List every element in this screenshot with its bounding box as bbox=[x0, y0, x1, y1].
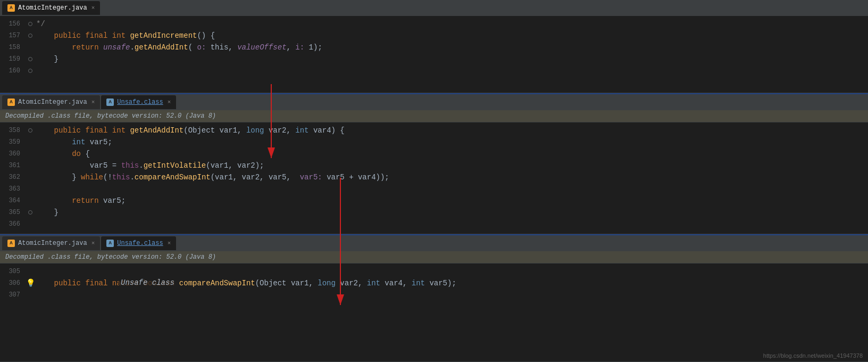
info-bar-3: Decompiled .class file, bytecode version… bbox=[0, 251, 868, 264]
line-content-364: return var5; bbox=[36, 195, 868, 207]
tab-close-1[interactable]: × bbox=[91, 5, 95, 11]
line-content-358: public final int getAndAddInt(Object var… bbox=[36, 125, 868, 136]
tab-bar-2: A AtomicInteger.java × A Unsafe.class × bbox=[0, 94, 868, 110]
line-content-359: int var5; bbox=[36, 136, 868, 148]
info-text-2: Decompiled .class file, bytecode version… bbox=[5, 112, 216, 120]
tab-label-unsafe-3: Unsafe.class bbox=[117, 240, 163, 247]
line-num-359: 359 bbox=[0, 136, 27, 148]
tab-close-3b[interactable]: × bbox=[168, 240, 171, 246]
tab-atomic-java-3[interactable]: A AtomicInteger.java × bbox=[2, 236, 100, 250]
panel-3: A AtomicInteger.java × A Unsafe.class × … bbox=[0, 234, 868, 362]
code-line-157: 157 public final int getAndIncrement() { bbox=[0, 30, 868, 42]
tab-unsafe-class-2[interactable]: A Unsafe.class × bbox=[101, 95, 176, 109]
line-num-307: 307 bbox=[0, 289, 27, 301]
java-icon-3: A bbox=[7, 240, 15, 247]
tab-close-3a[interactable]: × bbox=[91, 240, 95, 246]
panel-2: A AtomicInteger.java × A Unsafe.class × … bbox=[0, 93, 868, 234]
line-dot-306: 💡 bbox=[27, 277, 34, 289]
line-content-361: var5 = this.getIntVolatile(var1, var2); bbox=[36, 160, 868, 171]
line-num-157: 157 bbox=[0, 30, 27, 42]
class-icon-2: A bbox=[106, 98, 114, 106]
panel-1: A AtomicInteger.java × 156 */ 157 public… bbox=[0, 0, 868, 93]
code-area-2: 358 public final int getAndAddInt(Object… bbox=[0, 122, 868, 234]
line-dot-160 bbox=[27, 69, 34, 73]
tab-close-2b[interactable]: × bbox=[168, 99, 171, 105]
java-icon-2: A bbox=[7, 98, 15, 106]
line-num-156: 156 bbox=[0, 18, 27, 30]
tab-label-atomic-2: AtomicInteger.java bbox=[18, 98, 87, 106]
line-content-365: } bbox=[36, 207, 868, 218]
line-num-305: 305 bbox=[0, 266, 27, 277]
code-line-156: 156 */ bbox=[0, 18, 868, 30]
code-line-158: 158 return unsafe.getAndAddInt( o: this,… bbox=[0, 42, 868, 53]
line-num-366: 366 bbox=[0, 218, 27, 230]
watermark: https://blog.csdn.net/weixin_41947378 bbox=[763, 352, 863, 359]
line-num-160: 160 bbox=[0, 65, 27, 77]
line-num-364: 364 bbox=[0, 195, 27, 207]
line-content-157: public final int getAndIncrement() { bbox=[36, 30, 868, 42]
line-num-159: 159 bbox=[0, 53, 27, 65]
line-num-306: 306 bbox=[0, 277, 27, 289]
line-num-158: 158 bbox=[0, 42, 27, 53]
code-line-307: 307 bbox=[0, 289, 868, 301]
tab-close-2a[interactable]: × bbox=[91, 99, 95, 105]
line-dot-358 bbox=[27, 128, 34, 133]
line-num-365: 365 bbox=[0, 207, 27, 218]
java-icon-1: A bbox=[7, 4, 15, 12]
code-line-159: 159 } bbox=[0, 53, 868, 65]
code-line-366: 366 bbox=[0, 218, 868, 230]
line-content-158: return unsafe.getAndAddInt( o: this, val… bbox=[36, 42, 868, 53]
code-line-361: 361 var5 = this.getIntVolatile(var1, var… bbox=[0, 160, 868, 171]
line-num-360: 360 bbox=[0, 148, 27, 160]
line-num-361: 361 bbox=[0, 160, 27, 171]
line-content-156: */ bbox=[36, 18, 868, 30]
code-line-365: 365 } bbox=[0, 207, 868, 218]
tab-atomic-java-2[interactable]: A AtomicInteger.java × bbox=[2, 95, 100, 109]
line-content-362: } while(!this.compareAndSwapInt(var1, va… bbox=[36, 171, 868, 183]
line-dot-156 bbox=[27, 22, 34, 26]
class-icon-3: A bbox=[106, 240, 114, 247]
code-line-362: 362 } while(!this.compareAndSwapInt(var1… bbox=[0, 171, 868, 183]
line-num-358: 358 bbox=[0, 125, 27, 136]
code-line-358: 358 public final int getAndAddInt(Object… bbox=[0, 125, 868, 136]
code-line-359: 359 int var5; bbox=[0, 136, 868, 148]
tab-label-atomic-1: AtomicInteger.java bbox=[18, 4, 87, 12]
unsafe-class-label: Unsafe class bbox=[119, 277, 177, 288]
info-bar-2: Decompiled .class file, bytecode version… bbox=[0, 110, 868, 122]
tab-label-unsafe-2: Unsafe.class bbox=[117, 98, 163, 106]
tab-unsafe-class-3[interactable]: A Unsafe.class × bbox=[101, 236, 176, 250]
code-line-160: 160 bbox=[0, 65, 868, 77]
line-num-362: 362 bbox=[0, 171, 27, 183]
line-dot-159 bbox=[27, 57, 34, 61]
line-num-363: 363 bbox=[0, 183, 27, 195]
tab-atomic-java-1[interactable]: A AtomicInteger.java × bbox=[2, 1, 100, 15]
tab-bar-3: A AtomicInteger.java × A Unsafe.class × bbox=[0, 235, 868, 251]
code-line-364: 364 return var5; bbox=[0, 195, 868, 207]
lightbulb-icon: 💡 bbox=[26, 277, 35, 289]
line-content-159: } bbox=[36, 53, 868, 65]
tab-label-atomic-3: AtomicInteger.java bbox=[18, 240, 87, 247]
line-dot-157 bbox=[27, 34, 34, 38]
code-line-305: 305 bbox=[0, 266, 868, 277]
code-line-363: 363 bbox=[0, 183, 868, 195]
info-text-3: Decompiled .class file, bytecode version… bbox=[5, 253, 216, 261]
tab-bar-1: A AtomicInteger.java × bbox=[0, 0, 868, 16]
code-line-360: 360 do { bbox=[0, 148, 868, 160]
line-content-360: do { bbox=[36, 148, 868, 160]
line-dot-365 bbox=[27, 210, 34, 215]
code-area-1: 156 */ 157 public final int getAndIncrem… bbox=[0, 16, 868, 93]
